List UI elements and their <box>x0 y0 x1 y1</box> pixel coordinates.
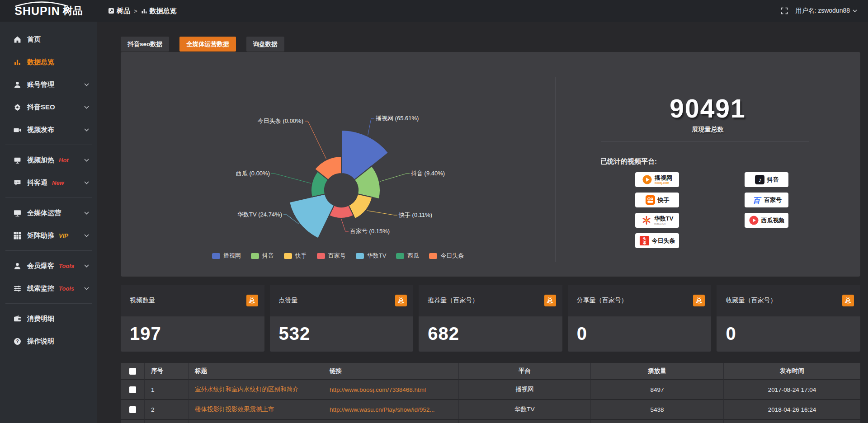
sidebar-item-label: 会员爆客 <box>27 262 54 270</box>
baijiahao-logo: 百 <box>751 195 762 205</box>
boosj-logo <box>642 174 652 185</box>
video-url-link[interactable]: http://www.boosj.com/7338468.html <box>323 380 459 400</box>
legend-item[interactable]: 华数TV <box>356 252 387 260</box>
row-index: 2 <box>145 400 189 420</box>
stat-card-label: 视频数量 <box>130 296 155 305</box>
sidebar: 首页数据总览账号管理抖音SEO视频发布视频加热Hot抖客通New全媒体运营矩阵助… <box>0 22 97 423</box>
legend-item[interactable]: 播视网 <box>212 252 241 260</box>
legend-swatch <box>212 253 220 259</box>
breadcrumb-home[interactable]: 树品 <box>108 7 130 15</box>
breadcrumb-current-label: 数据总览 <box>150 7 177 15</box>
help-icon: ? <box>14 338 21 345</box>
sidebar-item-badge: Hot <box>59 157 69 164</box>
platform-domain: wasu.cn <box>654 222 674 225</box>
plays-cell: 8497 <box>591 380 724 400</box>
legend-label: 播视网 <box>223 252 241 260</box>
sidebar-item-bar-chart[interactable]: 数据总览 <box>0 51 97 73</box>
total-impressions-label: 展现量总数 <box>555 126 860 134</box>
table-header-checkbox-cell <box>121 363 145 380</box>
sidebar-item-wallet[interactable]: 消费明细 <box>0 307 97 330</box>
table-row: 1室外水纹灯和室内水纹灯的区别和简介http://www.boosj.com/7… <box>121 380 860 400</box>
platform-pill: 快手 <box>635 193 679 207</box>
bar-chart-icon <box>14 58 21 66</box>
chevron-down-icon <box>84 287 89 290</box>
chevron-down-icon <box>84 83 89 86</box>
legend-item[interactable]: 抖音 <box>251 252 274 260</box>
legend-label: 华数TV <box>367 252 387 260</box>
pie-label-line <box>341 219 349 231</box>
tab-3[interactable]: 询盘数据 <box>246 37 284 52</box>
gear-icon <box>14 103 21 111</box>
select-all-checkbox[interactable] <box>129 368 136 375</box>
legend-item[interactable]: 西瓜 <box>396 252 419 260</box>
table-header-cell: 播放量 <box>591 363 724 380</box>
stat-card-label: 分享量（百家号） <box>577 296 627 305</box>
platform-column-right: ♪抖音百百家号西瓜视频 <box>745 172 788 228</box>
data-tabs: 抖音seo数据全媒体运营数据询盘数据 <box>121 37 284 52</box>
stat-cards: 视频数量总197点赞量总532推荐量（百家号）总682分享量（百家号）总0收藏量… <box>121 285 860 352</box>
legend-item[interactable]: 今日头条 <box>429 252 464 260</box>
sidebar-item-sliders[interactable]: 线索监控Tools <box>0 277 97 300</box>
wasu-logo <box>641 215 652 226</box>
pie-slice-label: 今日头条 (0.00%) <box>258 118 303 124</box>
sidebar-item-badge: New <box>52 179 64 186</box>
sidebar-item-chat[interactable]: 抖客通New <box>0 171 97 194</box>
legend-item[interactable]: 百家号 <box>317 252 346 260</box>
legend-swatch <box>396 253 404 259</box>
tab-2[interactable]: 全媒体运营数据 <box>179 37 236 52</box>
sliders-icon <box>14 285 21 292</box>
video-title-link[interactable]: 室外水纹灯和室内水纹灯的区别和简介 <box>189 380 323 400</box>
sidebar-item-video-publish[interactable]: 视频发布 <box>0 118 97 141</box>
sidebar-item-label: 视频发布 <box>27 126 54 134</box>
row-checkbox-cell <box>121 380 145 400</box>
svg-text:♪: ♪ <box>758 176 761 183</box>
platform-pill: 百百家号 <box>745 193 788 207</box>
legend-swatch <box>284 253 292 259</box>
video-url-link[interactable]: http://www.wasu.cn/Play/show/id/952... <box>323 400 459 420</box>
sidebar-item-user[interactable]: 账号管理 <box>0 73 97 96</box>
fullscreen-icon[interactable] <box>781 7 788 14</box>
sidebar-item-label: 视频加热 <box>27 156 54 164</box>
table-header-cell: 发布时间 <box>724 363 860 380</box>
pie-slice[interactable] <box>289 194 334 238</box>
platform-name: 百家号 <box>764 197 782 203</box>
sidebar-item-screen[interactable]: 视频加热Hot <box>0 149 97 171</box>
svg-text:?: ? <box>16 339 19 344</box>
member-icon <box>14 262 21 270</box>
stat-card-header: 视频数量总 <box>121 285 264 316</box>
chevron-down-icon <box>84 106 89 109</box>
sidebar-item-member[interactable]: 会员爆客Tools <box>0 254 97 277</box>
video-publish-icon <box>14 126 21 134</box>
row-checkbox[interactable] <box>129 386 136 393</box>
stat-card: 推荐量（百家号）总682 <box>419 285 562 352</box>
stat-card-value: 0 <box>726 324 860 344</box>
sidebar-item-label: 首页 <box>27 35 41 44</box>
sidebar-item-help[interactable]: ?操作说明 <box>0 330 97 352</box>
platform-name: 快手 <box>658 197 670 203</box>
svg-text:头: 头 <box>642 237 646 241</box>
toutiao-logo: 头条 <box>639 235 650 246</box>
video-title-link[interactable]: 楼体投影灯投影效果震撼上市 <box>189 400 323 420</box>
breadcrumb-current[interactable]: 数据总览 <box>141 7 177 15</box>
user-menu[interactable]: 用户名: zswodun88 <box>795 7 857 15</box>
user-icon <box>14 81 21 89</box>
stat-card-header: 收藏量（百家号）总 <box>717 285 860 316</box>
tab-1[interactable]: 抖音seo数据 <box>121 37 169 52</box>
wallet-icon <box>14 315 21 323</box>
topbar-right: 用户名: zswodun88 <box>781 7 857 15</box>
video-table: 序号标题链接平台播放量发布时间1室外水纹灯和室内水纹灯的区别和简介http://… <box>121 363 860 423</box>
sidebar-item-gear[interactable]: 抖音SEO <box>0 96 97 118</box>
chevron-down-icon <box>84 264 89 268</box>
legend-label: 西瓜 <box>407 252 419 260</box>
sidebar-divider <box>5 197 92 198</box>
svg-text:条: 条 <box>642 241 646 245</box>
douyin-logo: ♪ <box>755 174 765 185</box>
sidebar-item-monitor[interactable]: 全媒体运营 <box>0 202 97 224</box>
kuaishou-logo <box>645 195 656 205</box>
platform-name: 今日头条 <box>652 238 675 244</box>
sidebar-item-label: 数据总览 <box>27 58 54 66</box>
legend-item[interactable]: 快手 <box>284 252 307 260</box>
sidebar-item-home[interactable]: 首页 <box>0 28 97 51</box>
row-checkbox[interactable] <box>129 406 136 413</box>
sidebar-item-grid[interactable]: 矩阵助推VIP <box>0 224 97 247</box>
